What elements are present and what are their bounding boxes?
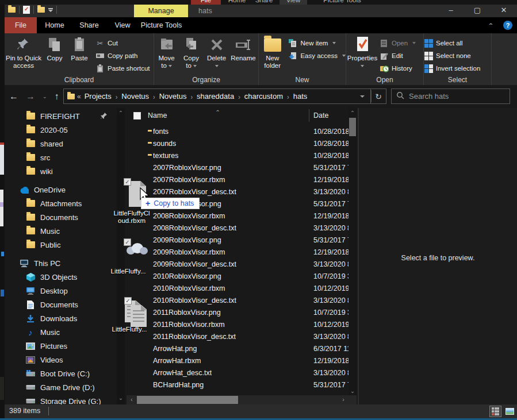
copy-to-button[interactable]: Copy to <box>179 34 204 76</box>
file-row[interactable]: 2010RobloxVisor.png10/7/2019 3 <box>127 270 349 282</box>
recent-locations-caret-icon[interactable]: ⌄ <box>43 94 47 99</box>
help-icon[interactable]: ? <box>503 21 512 30</box>
sidebar-item-game-drive-d-[interactable]: Game Drive (D:) <box>5 380 117 394</box>
sidebar-item-pictures[interactable]: Pictures <box>5 339 117 353</box>
forward-icon[interactable]: → <box>26 91 35 102</box>
qat-folder-icon[interactable] <box>8 7 16 13</box>
file-row[interactable]: ArrowHat_desc.txt3/13/2020 8 <box>127 367 349 379</box>
file-row[interactable]: 2007RobloxVisor.rbxm12/19/2018 <box>127 174 349 186</box>
file-row[interactable]: ArrowHat.png6/3/2017 11 <box>127 342 349 355</box>
sidebar-item-music[interactable]: ♪Music <box>5 325 117 339</box>
file-row[interactable]: 2007RobloxVisor.png5/31/2017 7 <box>127 161 349 174</box>
vertical-scroll-thumb[interactable] <box>349 118 356 136</box>
file-row[interactable]: 2009RobloxVisor.png5/31/2017 7 <box>127 234 349 246</box>
file-row[interactable]: 2009RobloxVisor_desc.txt3/13/2020 8 <box>127 258 349 270</box>
sidebar-item-storage-drive-g-[interactable]: Storage Drive (G:) <box>5 394 117 404</box>
breadcrumb-item[interactable]: Projects <box>85 92 112 101</box>
qat-new-folder-icon[interactable] <box>37 7 45 13</box>
sidebar-item-videos[interactable]: Videos <box>5 353 117 367</box>
select-none-button[interactable]: Select none <box>424 49 480 62</box>
column-divider[interactable] <box>309 109 309 122</box>
sidebar-item-src[interactable]: src <box>5 151 117 164</box>
close-button[interactable]: ✕ <box>491 5 517 17</box>
file-row[interactable]: sounds10/28/2018 <box>127 137 349 149</box>
breadcrumb-item[interactable]: Novetus <box>121 92 149 101</box>
list-scroll-up-icon[interactable]: ⌃ <box>349 109 357 117</box>
sidebar-scroll-up-icon[interactable]: ⌃ <box>117 109 125 117</box>
pin-to-quick-access-button[interactable]: Pin to Quick access <box>5 34 43 76</box>
new-folder-button[interactable]: New folder <box>259 34 286 76</box>
edit-button[interactable]: Edit <box>380 49 416 62</box>
paste-button[interactable]: Paste <box>67 34 92 76</box>
column-date[interactable]: Date <box>313 111 328 120</box>
back-icon[interactable]: ← <box>9 91 18 102</box>
details-view-button[interactable] <box>489 406 501 417</box>
open-button[interactable]: Open <box>380 37 416 49</box>
address-dropdown-caret-icon[interactable] <box>360 95 365 98</box>
easy-access-button[interactable]: Easy access <box>288 49 346 62</box>
list-scroll-left-icon[interactable]: ‹ <box>128 396 136 404</box>
search-box[interactable] <box>391 88 510 104</box>
bg-tab-picture-tools[interactable]: Picture Tools <box>316 0 368 5</box>
sidebar-item-boot-drive-c-[interactable]: Boot Drive (C:) <box>5 367 117 380</box>
bg-tab-file[interactable]: File <box>191 0 221 5</box>
bg-tab-share[interactable]: Share <box>251 0 277 5</box>
breadcrumb-item[interactable]: hats <box>293 92 308 101</box>
tab-picture-tools[interactable]: Picture Tools <box>134 17 189 33</box>
maximize-button[interactable]: ▢ <box>464 5 491 17</box>
search-input[interactable] <box>409 92 495 101</box>
sidebar-item-documents[interactable]: Documents <box>5 210 117 224</box>
file-list-horizontal-scrollbar[interactable]: ‹ › <box>127 395 357 404</box>
file-row[interactable]: 2011RobloxVisor_desc.txt3/13/2020 8 <box>127 330 349 342</box>
file-list-vertical-scrollbar[interactable]: ⌃ ⌄ <box>349 108 357 395</box>
horizontal-scroll-thumb[interactable] <box>137 396 238 404</box>
file-row[interactable]: 2010RobloxVisor.rbxm10/12/2019 <box>127 282 349 294</box>
column-name[interactable]: Name <box>148 111 167 120</box>
sidebar-item-3d-objects[interactable]: 3D Objects <box>5 270 117 284</box>
history-button[interactable]: History <box>380 62 416 75</box>
breadcrumb-item[interactable]: shareddata <box>197 92 234 101</box>
up-icon[interactable]: ↑ <box>55 91 59 102</box>
breadcrumb-separator-icon[interactable]: › <box>186 92 197 100</box>
sidebar-scrollbar[interactable]: ⌃ ⌄ <box>117 108 125 404</box>
tab-home[interactable]: Home <box>37 17 72 33</box>
file-row[interactable]: 2009RobloxVisor.rbxm12/19/2018 <box>127 246 349 258</box>
breadcrumb-item[interactable]: Novetus <box>159 92 187 101</box>
sidebar-item-shared[interactable]: shared <box>5 137 117 151</box>
file-row[interactable]: fonts10/28/2018 <box>127 125 349 137</box>
minimize-button[interactable]: – <box>438 5 464 17</box>
bg-tab-home[interactable]: Home <box>224 0 250 5</box>
file-row[interactable]: 2008RobloxVisor.rbxm12/19/2018 <box>127 210 349 222</box>
select-all-button[interactable]: Select all <box>424 37 480 49</box>
select-all-checkbox[interactable] <box>133 112 141 120</box>
sidebar-item-downloads[interactable]: Downloads <box>5 311 117 325</box>
move-to-button[interactable]: Move to <box>154 34 179 76</box>
collapse-ribbon-icon[interactable]: ⌃ <box>488 22 494 29</box>
tab-file[interactable]: File <box>5 17 37 33</box>
breadcrumb-item[interactable]: charcustom <box>244 92 283 101</box>
sidebar-item-public[interactable]: Public <box>5 238 117 252</box>
breadcrumb-separator-icon[interactable]: › <box>283 92 293 100</box>
new-item-button[interactable]: New item <box>288 37 346 49</box>
tab-share[interactable]: Share <box>72 17 106 33</box>
sidebar-item-attachments[interactable]: Attachments <box>5 196 117 210</box>
thumbnail-view-button[interactable] <box>504 406 516 417</box>
sort-ascending-icon[interactable]: ⌃ <box>215 109 220 115</box>
breadcrumb-separator-icon[interactable]: › <box>149 92 159 100</box>
copy-button[interactable]: Copy <box>43 34 67 76</box>
file-row[interactable]: 2007RobloxVisor_desc.txt3/13/2020 8 <box>127 186 349 198</box>
list-scroll-down-icon[interactable]: ⌄ <box>349 387 357 395</box>
titlebar[interactable]: Manage hats – ▢ ✕ <box>5 5 517 17</box>
invert-selection-button[interactable]: Invert selection <box>424 62 480 75</box>
list-scroll-right-icon[interactable]: › <box>339 396 347 404</box>
file-row[interactable]: 2011RobloxVisor.png10/7/2019 3 <box>127 306 349 318</box>
address-box[interactable]: « Projects›Novetus›Novetus›shareddata›ch… <box>63 88 371 104</box>
delete-button[interactable]: Delete <box>204 34 229 76</box>
copy-path-button[interactable]: Copy path <box>95 49 150 62</box>
breadcrumb-separator-icon[interactable]: › <box>234 92 244 100</box>
file-row[interactable]: BCHardHat.png5/31/2017 7 <box>127 379 349 391</box>
sidebar-item-documents[interactable]: Documents <box>5 298 117 311</box>
file-row[interactable]: 2008RobloxVisor.png5/31/2017 7 <box>127 198 349 210</box>
sidebar-item-firefight[interactable]: FIREFIGHT <box>5 109 117 123</box>
file-row[interactable]: 2008RobloxVisor_desc.txt3/13/2020 8 <box>127 222 349 234</box>
